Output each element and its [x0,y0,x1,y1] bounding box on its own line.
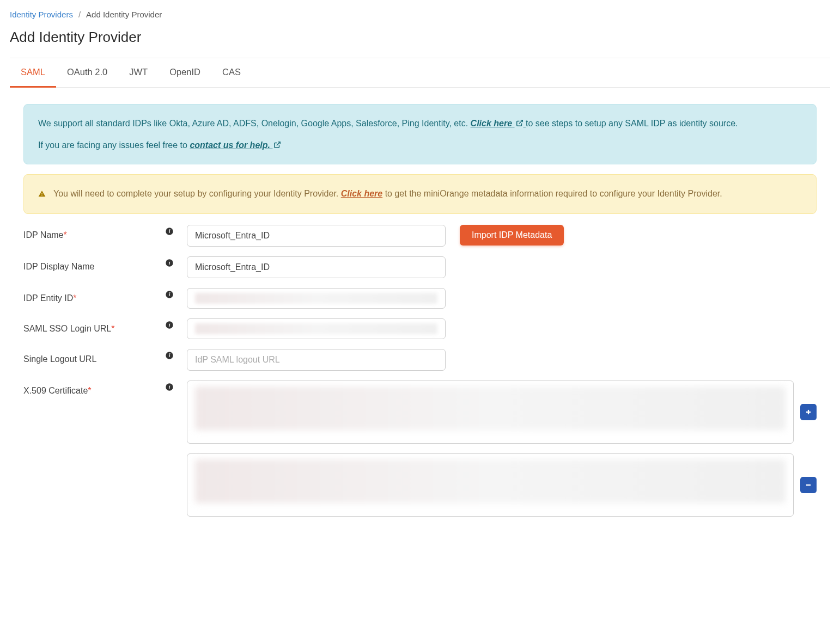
remove-certificate-button[interactable] [800,477,817,493]
warning-icon [38,187,46,201]
warning-text-2: to get the miniOrange metadata informati… [385,189,722,198]
info-link-contact[interactable]: contact us for help. [190,140,281,150]
tab-saml[interactable]: SAML [10,58,56,88]
minus-icon [805,481,812,489]
tabs: SAML OAuth 2.0 JWT OpenID CAS [10,58,830,88]
tab-oauth[interactable]: OAuth 2.0 [56,58,118,88]
page-title: Add Identity Provider [10,29,830,46]
tab-cas[interactable]: CAS [211,58,252,88]
warning-link-metadata[interactable]: Click here [341,189,382,198]
info-icon[interactable]: i [165,351,174,360]
info-icon[interactable]: i [165,259,174,267]
warning-text-1: You will need to complete your setup by … [53,189,341,198]
idp-entity-id-field[interactable] [187,288,446,309]
svg-text:i: i [169,322,171,328]
info-icon[interactable]: i [165,383,174,391]
idp-display-name-field[interactable] [187,256,446,278]
svg-line-0 [519,120,522,124]
info-alert: We support all standard IDPs like Okta, … [23,104,817,164]
form: IDP Name* i Import IDP Metadata IDP Disp… [23,225,817,517]
x509-certificate-field-1[interactable] [187,381,794,444]
info-text-1: We support all standard IDPs like Okta, … [38,119,471,128]
add-certificate-button[interactable] [800,404,817,420]
info-link-setup[interactable]: Click here [471,119,526,128]
svg-text:i: i [169,292,171,297]
saml-sso-login-url-field[interactable] [187,318,446,339]
single-logout-url-field[interactable] [187,349,446,371]
svg-text:i: i [169,384,171,390]
external-link-icon [273,141,281,149]
tab-jwt[interactable]: JWT [118,58,159,88]
idp-name-field[interactable] [187,225,446,247]
breadcrumb-root-link[interactable]: Identity Providers [10,10,73,19]
label-idp-name: IDP Name* [23,225,165,240]
breadcrumb-current: Add Identity Provider [86,10,162,19]
warning-alert: You will need to complete your setup by … [23,174,817,213]
info-icon[interactable]: i [165,321,174,329]
svg-text:i: i [169,353,171,358]
breadcrumb-separator: / [78,10,81,19]
label-idp-display-name: IDP Display Name [23,256,165,272]
info-icon[interactable]: i [165,290,174,299]
external-link-icon [516,119,524,127]
info-text-3: If you are facing any issues feel free t… [38,140,190,150]
svg-text:i: i [169,260,171,266]
tab-openid[interactable]: OpenID [159,58,211,88]
svg-text:i: i [169,229,171,234]
label-idp-entity-id: IDP Entity ID* [23,288,165,303]
info-text-2: to see steps to setup any SAML IDP as id… [526,119,738,128]
breadcrumb: Identity Providers / Add Identity Provid… [10,10,830,19]
label-x509-certificate: X.509 Certificate* [23,381,165,396]
x509-certificate-field-2[interactable] [187,453,794,517]
label-saml-sso-login-url: SAML SSO Login URL* [23,318,165,334]
import-idp-metadata-button[interactable]: Import IDP Metadata [460,225,564,246]
svg-line-1 [277,142,280,145]
label-single-logout-url: Single Logout URL [23,349,165,364]
info-icon[interactable]: i [165,227,174,236]
plus-icon [805,408,812,416]
